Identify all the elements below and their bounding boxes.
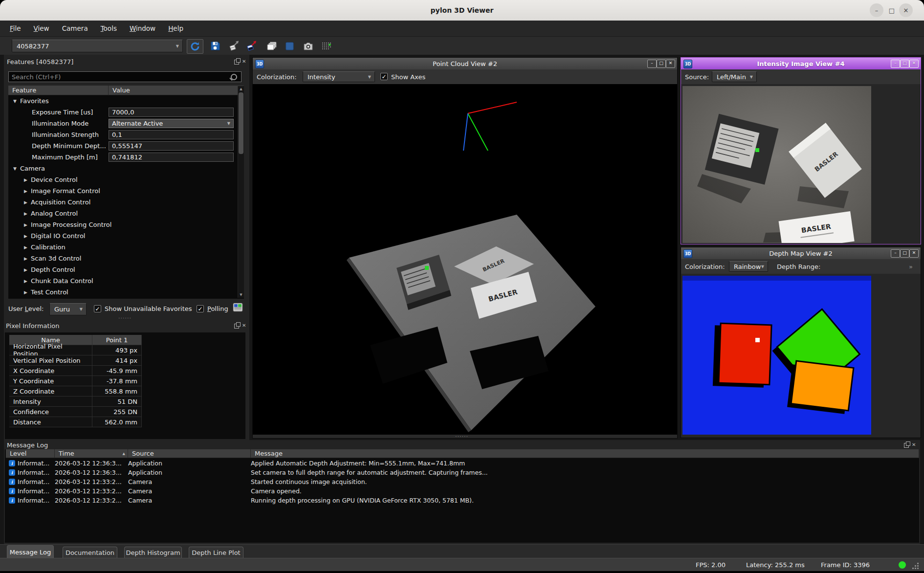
show-axes-checkbox[interactable]: ✓ bbox=[380, 73, 388, 80]
tree-branch-analog-control[interactable]: ▶ Analog Control bbox=[8, 208, 236, 219]
tree-branch-image-processing-control[interactable]: ▶ Image Processing Control bbox=[8, 219, 236, 230]
tree-collapsed-icon[interactable]: ▶ bbox=[24, 200, 31, 205]
exposure-time-field[interactable]: 7000,0 bbox=[109, 108, 234, 117]
maximize-icon[interactable]: □ bbox=[657, 60, 666, 68]
tree-branch-acquisition-control[interactable]: ▶ Acquisition Control bbox=[8, 197, 236, 208]
float-panel-icon[interactable] bbox=[234, 324, 239, 329]
camera-select[interactable]: 40582377 ▼ bbox=[12, 40, 183, 52]
tree-branch-image-format-control[interactable]: ▶ Image Format Control bbox=[8, 185, 236, 197]
tab-message-log[interactable]: Message Log bbox=[7, 545, 54, 558]
menu-tools[interactable]: Tools bbox=[94, 24, 123, 32]
scroll-up-icon[interactable]: ▲ bbox=[238, 86, 244, 92]
log-time-column-header[interactable]: Time ▲ bbox=[55, 449, 128, 458]
close-panel-icon[interactable]: ✕ bbox=[242, 59, 246, 64]
log-source-column-header[interactable]: Source bbox=[128, 449, 251, 458]
intensity-titlebar[interactable]: 3D Intensity Image View #4 – □ ✕ bbox=[681, 58, 921, 69]
tree-collapsed-icon[interactable]: ▶ bbox=[24, 234, 31, 239]
illumination-strength-field[interactable]: 0,1 bbox=[109, 130, 234, 139]
tree-row-depth-minimum[interactable]: Depth Minimum Dept... 0,555147 bbox=[8, 140, 236, 152]
menu-file[interactable]: File bbox=[3, 24, 27, 32]
value-column-header[interactable]: Value bbox=[109, 86, 244, 95]
tree-collapsed-icon[interactable]: ▶ bbox=[24, 256, 31, 261]
toolbar-overflow-icon[interactable]: » bbox=[909, 259, 913, 274]
tree-collapsed-icon[interactable]: ▶ bbox=[24, 279, 31, 284]
tab-depth-histogram[interactable]: Depth Histogram bbox=[124, 547, 182, 558]
log-row[interactable]: i Informat... 2026-03-12 12:36:3... Appl… bbox=[6, 468, 919, 477]
intensity-image-area[interactable]: BASLER BASLER bbox=[681, 84, 921, 244]
minimize-icon[interactable]: – bbox=[647, 60, 657, 68]
tree-collapsed-icon[interactable]: ▶ bbox=[24, 245, 31, 250]
minimize-icon[interactable]: – bbox=[891, 60, 900, 68]
user-level-select[interactable]: Guru ▼ bbox=[49, 303, 87, 315]
duplicate-view-button[interactable] bbox=[264, 39, 280, 53]
colorization-select[interactable]: Intensity ▼ bbox=[303, 71, 375, 82]
tree-row-maximum-depth[interactable]: Maximum Depth [m] 0,741812 bbox=[8, 152, 236, 163]
tree-expanded-icon[interactable]: ▼ bbox=[13, 166, 20, 171]
tree-row-illumination-strength[interactable]: Illumination Strength 0,1 bbox=[8, 129, 236, 140]
pixel-point1-column-header[interactable]: Point 1 bbox=[92, 335, 142, 345]
maximize-icon[interactable]: □ bbox=[885, 3, 899, 17]
single-shot-button[interactable] bbox=[227, 39, 242, 53]
close-icon[interactable]: ✕ bbox=[666, 60, 675, 68]
point-cloud-grid-button[interactable] bbox=[319, 39, 334, 53]
log-level-column-header[interactable]: Level bbox=[6, 449, 55, 458]
maximize-icon[interactable]: □ bbox=[900, 249, 909, 258]
tree-group-favorites[interactable]: ▼ Favorites bbox=[8, 95, 236, 107]
minimize-icon[interactable]: – bbox=[870, 3, 883, 17]
minimize-icon[interactable]: – bbox=[891, 249, 900, 258]
close-icon[interactable]: ✕ bbox=[899, 3, 913, 17]
depth-minimum-field[interactable]: 0,555147 bbox=[109, 141, 234, 151]
tree-branch-scan-3d-control[interactable]: ▶ Scan 3d Control bbox=[8, 253, 236, 264]
menu-help[interactable]: Help bbox=[162, 24, 190, 32]
illumination-mode-select[interactable]: Alternate Active ▼ bbox=[109, 119, 234, 128]
tree-branch-digital-io-control[interactable]: ▶ Digital IO Control bbox=[8, 230, 236, 242]
menu-window[interactable]: Window bbox=[123, 24, 162, 32]
tree-expanded-icon[interactable]: ▼ bbox=[13, 99, 20, 104]
point-cloud-titlebar[interactable]: 3D Point Cloud View #2 – □ ✕ bbox=[253, 58, 677, 69]
features-scrollbar[interactable]: ▲ ▼ bbox=[238, 86, 244, 298]
tree-collapsed-icon[interactable]: ▶ bbox=[24, 290, 31, 295]
depth-map-titlebar[interactable]: 3D Depth Map View #2 – □ ✕ bbox=[681, 247, 921, 259]
log-message-column-header[interactable]: Message bbox=[251, 449, 919, 458]
tree-branch-test-control[interactable]: ▶ Test Control bbox=[8, 286, 236, 298]
maximize-icon[interactable]: □ bbox=[900, 60, 909, 68]
tree-branch-calibration[interactable]: ▶ Calibration bbox=[8, 242, 236, 253]
feature-document-icon[interactable] bbox=[233, 303, 243, 312]
tree-group-camera[interactable]: ▼ Camera bbox=[8, 163, 236, 174]
tree-collapsed-icon[interactable]: ▶ bbox=[24, 222, 31, 227]
tree-collapsed-icon[interactable]: ▶ bbox=[24, 189, 31, 194]
close-panel-icon[interactable]: ✕ bbox=[912, 442, 916, 447]
refresh-devices-button[interactable] bbox=[187, 39, 203, 54]
window-splitter-handle[interactable]: ······ bbox=[455, 433, 468, 440]
tab-depth-line-plot[interactable]: Depth Line Plot bbox=[189, 547, 243, 558]
tree-branch-chunk-data-control[interactable]: ▶ Chunk Data Control bbox=[8, 275, 236, 286]
resize-grip-icon[interactable] bbox=[911, 563, 919, 570]
show-unavailable-checkbox[interactable]: ✓ bbox=[94, 305, 101, 312]
float-panel-icon[interactable] bbox=[904, 443, 909, 448]
close-panel-icon[interactable]: ✕ bbox=[242, 323, 246, 328]
os-titlebar[interactable]: pylon 3D Viewer – □ ✕ bbox=[0, 0, 924, 21]
polling-checkbox[interactable]: ✓ bbox=[197, 305, 204, 312]
point-cloud-viewport[interactable]: BASLER BASLER bbox=[253, 84, 677, 435]
float-panel-icon[interactable] bbox=[234, 60, 239, 65]
tree-row-exposure-time[interactable]: Exposure Time [us] 7000,0 bbox=[8, 107, 236, 118]
tree-collapsed-icon[interactable]: ▶ bbox=[24, 267, 31, 272]
feature-column-header[interactable]: Feature bbox=[8, 86, 109, 95]
tree-row-illumination-mode[interactable]: Illumination Mode Alternate Active ▼ bbox=[8, 118, 236, 129]
close-icon[interactable]: ✕ bbox=[909, 249, 919, 258]
tree-collapsed-icon[interactable]: ▶ bbox=[24, 177, 31, 182]
tree-branch-device-control[interactable]: ▶ Device Control bbox=[8, 174, 236, 185]
menu-camera[interactable]: Camera bbox=[56, 24, 94, 32]
scrollbar-thumb[interactable] bbox=[239, 92, 243, 154]
dock-splitter-handle[interactable]: ······ bbox=[118, 315, 132, 321]
log-row[interactable]: i Informat... 2026-03-12 12:36:3... Appl… bbox=[6, 459, 919, 468]
save-button[interactable] bbox=[207, 39, 223, 53]
tree-collapsed-icon[interactable]: ▶ bbox=[24, 211, 31, 216]
log-row[interactable]: i Informat... 2026-03-12 12:33:2... Came… bbox=[6, 477, 919, 486]
source-select[interactable]: Left/Main ▼ bbox=[712, 71, 757, 82]
log-row[interactable]: i Informat... 2026-03-12 12:33:2... Came… bbox=[6, 496, 919, 505]
tab-documentation[interactable]: Documentation bbox=[63, 547, 117, 558]
tree-branch-depth-control[interactable]: ▶ Depth Control bbox=[8, 264, 236, 275]
stop-button[interactable] bbox=[282, 39, 297, 53]
scroll-down-icon[interactable]: ▼ bbox=[238, 292, 244, 298]
